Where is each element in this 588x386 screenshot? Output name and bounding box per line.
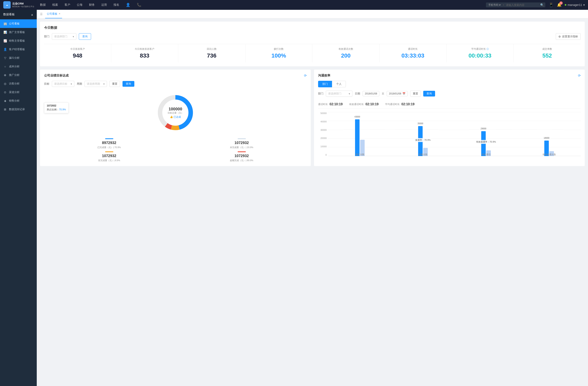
bar-groups: 43000 拨打次数 xyxy=(328,112,581,161)
tooltip-percent: 70.9% xyxy=(59,108,66,111)
comm-stat-avg-duration: 平均通话时长 02:10:19 xyxy=(385,102,415,106)
y-label-20000: 20000 xyxy=(320,137,327,139)
tab-company-board[interactable]: 公司看板 ✕ xyxy=(45,10,62,18)
search-bar: 手机号码 ▾ 🔍 xyxy=(486,2,545,7)
customer-mgr-label: 客户经理看板 xyxy=(9,48,25,51)
stat-first-consult: 今日首咨客户 948 xyxy=(44,44,111,62)
comm-tab-person[interactable]: 个人 xyxy=(332,81,346,87)
search-type-select[interactable]: 手机号码 xyxy=(487,3,502,6)
comm-reset-button[interactable]: 重置 xyxy=(410,91,421,97)
date-separator: 至 xyxy=(382,92,384,96)
stat-avg-duration: 平均通话时长 ⓘ 00:00:33 xyxy=(446,44,514,62)
comm-tab-dept[interactable]: 部门 xyxy=(318,81,332,87)
nav-data[interactable]: 数据 xyxy=(40,3,46,7)
date-from-value: 2018/01/08 xyxy=(365,92,377,95)
bar-chart: 50000 40000 30000 20000 10000 0 xyxy=(318,112,581,161)
promo-icon: ⊕ xyxy=(3,74,7,77)
stat-valid-calls: 有效通话次数 200 xyxy=(312,44,379,62)
search-input[interactable] xyxy=(506,3,539,6)
channel-label: 渠道分析 xyxy=(9,90,20,94)
customer-mgr-icon: 👤 xyxy=(3,48,7,51)
sales-mgr-icon: 📈 xyxy=(3,39,7,42)
tab-close-icon[interactable]: ✕ xyxy=(59,12,61,15)
comm-dept-select[interactable]: 请选择部门 ▾ xyxy=(326,91,352,97)
y-label-30000: 30000 xyxy=(320,129,327,131)
sidebar-item-data-flow[interactable]: ⊞ 数据流转记录 xyxy=(0,105,37,114)
company-board-label: 公司看板 xyxy=(9,22,20,25)
sidebar-item-customer-mgr[interactable]: 👤 客户经理看板 xyxy=(0,45,37,54)
today-query-button[interactable]: 查询 xyxy=(79,33,91,40)
period-select-arrow: ▾ xyxy=(103,82,105,85)
nav-finance[interactable]: 财务 xyxy=(89,3,95,7)
sidebar-item-visitor[interactable]: ◎ 访客分析 xyxy=(0,79,37,88)
dept-filter-arrow: ▾ xyxy=(73,35,74,38)
y-label-10000: 10000 xyxy=(320,145,327,148)
comm-date-from[interactable]: 2018/01/08 xyxy=(363,91,379,96)
user-info[interactable]: manager11 ▾ xyxy=(565,3,585,6)
dept-filter-select[interactable]: 请选择部门 ▾ xyxy=(52,33,76,40)
comm-query-button[interactable]: 查询 xyxy=(423,91,435,96)
sidebar-item-sales[interactable]: ◈ 销售分析 xyxy=(0,96,37,105)
bar-connect-xlabel: 接通次数 xyxy=(419,153,427,156)
target-panel-header: 公司业绩目标达成 ⟳ xyxy=(44,74,307,77)
stat-deals: 成交单数 552 xyxy=(514,44,581,62)
visitor-label: 访客分析 xyxy=(9,82,20,85)
sidebar-item-sales-mgr[interactable]: 📈 销售主管看板 xyxy=(0,37,37,45)
sidebar-item-promo[interactable]: ⊕ 推广分析 xyxy=(0,71,37,79)
visitor-icon: ◎ xyxy=(3,82,7,85)
sidebar-item-company-board[interactable]: 🏢 公司看板 xyxy=(0,19,37,28)
nav-enroll[interactable]: 报名 xyxy=(113,3,119,7)
today-section-title: 今日数据 xyxy=(44,26,581,30)
svg-point-4 xyxy=(174,126,176,128)
settings-label: 设置显示指标 xyxy=(562,35,578,38)
menu-icon[interactable]: ☰ xyxy=(40,12,43,16)
target-query-button[interactable]: 查询 xyxy=(123,81,134,87)
sidebar-item-channel[interactable]: ⊙ 渠道分析 xyxy=(0,88,37,96)
stat-call-duration: 通话时长 03:33:03 xyxy=(379,44,447,62)
target-controls: 目标 请选择目标 ▾ 周期 请选择周期 ▾ 重置 查询 xyxy=(44,81,307,87)
nav-ops[interactable]: 运营 xyxy=(101,3,107,7)
y-label-40000: 40000 xyxy=(320,120,327,123)
donut-tooltip: 1072932 所占比例：70.9% xyxy=(44,102,69,113)
user-dropdown-icon: ▾ xyxy=(583,3,585,6)
target-select[interactable]: 请选择目标 ▾ xyxy=(52,81,74,87)
nav-sea[interactable]: 公海 xyxy=(77,3,83,7)
top-nav: ☁ 云朵CRM 教育机构一站式服务云平台 数据 线索 客户 公海 财务 运营 报… xyxy=(0,0,588,10)
uncompleted-indicator xyxy=(238,138,246,139)
search-icon[interactable]: 🔍 xyxy=(540,3,544,6)
data-flow-icon: ⊞ xyxy=(3,108,7,111)
nav-leads[interactable]: 线索 xyxy=(52,3,58,7)
comm-stat-duration: 通话时长 02:10:19 xyxy=(318,102,343,106)
target-reset-button[interactable]: 重置 xyxy=(109,81,120,87)
bar-effective-blue-label: 18000 xyxy=(544,137,549,139)
comm-date-to[interactable]: 2018/01/08 📅 xyxy=(387,91,408,96)
sidebar-item-promotion-mgr[interactable]: 📊 推广主管看板 xyxy=(0,28,37,37)
cost-icon: ○ xyxy=(3,65,7,68)
funnel-icon: ▽ xyxy=(3,56,7,59)
sidebar-item-cost[interactable]: ○ 成本分析 xyxy=(0,62,37,71)
comm-refresh-icon[interactable]: ⟳ xyxy=(578,74,581,77)
nav-icons: 手机号码 ▾ 🔍 📱 🔔 5 manager11 ▾ xyxy=(486,2,585,7)
today-section: 今日数据 部门 请选择部门 ▾ 查询 ⚙ 设置显示指标 今日首咨客户 xyxy=(40,22,585,66)
logo-icon: ☁ xyxy=(3,1,11,9)
nav-phone-icon[interactable]: 📞 xyxy=(137,3,141,7)
bars-area: 43000 拨打次数 xyxy=(328,112,581,161)
device-icon[interactable]: 📱 xyxy=(549,2,554,7)
over-complete-indicator xyxy=(238,151,246,152)
bar-dial-xlabel: 拨打次数 xyxy=(356,153,364,156)
date-to-value: 2018/01/08 xyxy=(389,92,401,95)
sidebar-item-funnel[interactable]: ▽ 漏斗分析 xyxy=(0,54,37,62)
notification-icon[interactable]: 🔔 5 xyxy=(557,3,562,7)
nav-user-icon[interactable]: 👤 xyxy=(126,3,130,7)
period-select[interactable]: 请选择周期 ▾ xyxy=(84,81,107,87)
page-content: 今日数据 部门 请选择部门 ▾ 查询 ⚙ 设置显示指标 今日首咨客户 xyxy=(37,18,588,169)
logo-text: 云朵CRM 教育机构一站式服务云平台 xyxy=(12,2,34,8)
nav-customer[interactable]: 客户 xyxy=(64,3,70,7)
settings-display-button[interactable]: ⚙ 设置显示指标 xyxy=(556,33,581,40)
promotion-mgr-icon: 📊 xyxy=(3,31,7,34)
target-refresh-icon[interactable]: ⟳ xyxy=(304,74,307,77)
sales-mgr-label: 销售主管看板 xyxy=(9,39,25,43)
comm-panel-title: 沟通效率 xyxy=(318,74,330,77)
sidebar-toggle-icon[interactable]: ▲ xyxy=(31,13,34,16)
valid-rate-annotation: 有效接通率：70.9% xyxy=(475,140,497,144)
